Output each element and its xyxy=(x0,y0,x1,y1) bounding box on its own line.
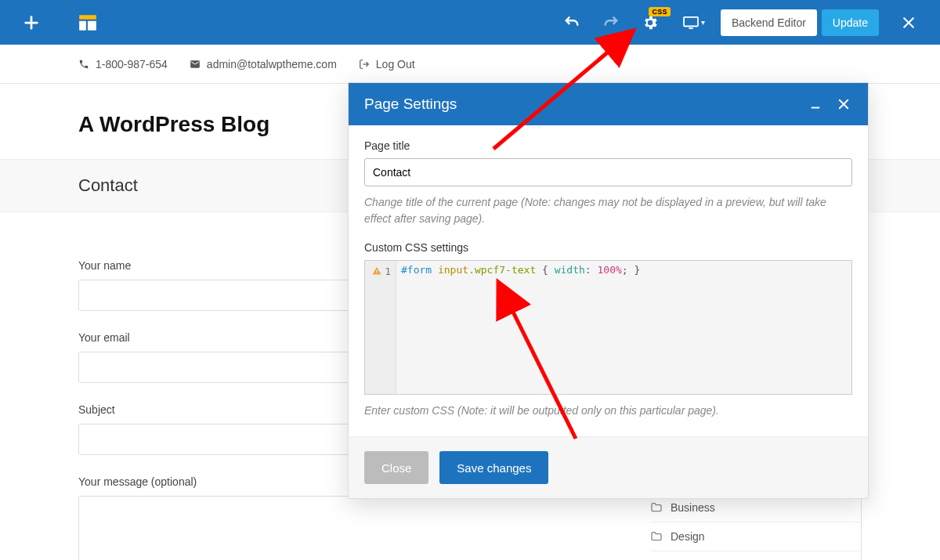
modal-footer: Close Save changes xyxy=(349,436,868,498)
redo-button[interactable] xyxy=(594,5,628,40)
svg-rect-4 xyxy=(88,20,96,30)
backend-editor-button[interactable]: Backend Editor xyxy=(721,9,817,36)
svg-rect-13 xyxy=(377,270,378,273)
modal-header[interactable]: Page Settings xyxy=(349,83,868,125)
modal-close-button[interactable] xyxy=(835,96,852,113)
code-content[interactable]: #form input.wpcf7-text { width: 100%; } xyxy=(396,261,851,394)
custom-css-editor[interactable]: 1 #form input.wpcf7-text { width: 100%; … xyxy=(364,260,852,395)
modal-minimize-button[interactable] xyxy=(807,96,824,113)
logout-link[interactable]: Log Out xyxy=(359,58,415,70)
sidebar-item-label: Business xyxy=(671,501,715,514)
code-gutter: 1 xyxy=(365,261,396,394)
phone-item: 1-800-987-654 xyxy=(78,58,168,70)
email-text: admin@totalwptheme.com xyxy=(207,58,337,70)
svg-rect-14 xyxy=(377,273,378,274)
category-sidebar: Business Design xyxy=(650,493,862,551)
add-element-button[interactable] xyxy=(14,5,49,40)
settings-gear-button[interactable]: CSS xyxy=(633,5,667,40)
page-title-field-label: Page title xyxy=(364,139,852,152)
folder-icon xyxy=(650,530,663,543)
modal-close-btn[interactable]: Close xyxy=(364,451,428,484)
top-toolbar: CSS ▾ Backend Editor Update xyxy=(0,0,940,45)
sidebar-item-label: Design xyxy=(671,530,705,543)
svg-rect-3 xyxy=(79,20,86,30)
logout-text: Log Out xyxy=(376,58,415,70)
page-title-input[interactable] xyxy=(364,158,852,186)
undo-button[interactable] xyxy=(555,5,589,40)
email-item: admin@totalwptheme.com xyxy=(190,58,337,70)
warning-icon xyxy=(372,266,381,276)
svg-rect-2 xyxy=(79,15,96,19)
page-settings-modal: Page Settings Page title Change title of… xyxy=(348,82,869,499)
modal-save-btn[interactable]: Save changes xyxy=(439,451,548,484)
phone-icon xyxy=(78,59,89,70)
page-title-help: Change title of the current page (Note: … xyxy=(364,194,852,227)
custom-css-help: Enter custom CSS (Note: it will be outpu… xyxy=(364,403,852,419)
email-icon xyxy=(190,59,201,70)
site-meta-bar: 1-800-987-654 admin@totalwptheme.com Log… xyxy=(0,45,940,84)
logout-icon xyxy=(359,59,370,70)
modal-title: Page Settings xyxy=(364,96,457,113)
custom-css-label: Custom CSS settings xyxy=(364,241,852,254)
phone-text: 1-800-987-654 xyxy=(96,58,168,70)
close-editor-button[interactable] xyxy=(891,5,926,40)
chevron-down-icon: ▾ xyxy=(701,18,705,27)
template-icon[interactable] xyxy=(70,5,105,40)
line-number: 1 xyxy=(385,266,391,277)
folder-icon xyxy=(650,501,663,514)
svg-rect-5 xyxy=(684,16,698,26)
responsive-preview-button[interactable]: ▾ xyxy=(672,5,716,40)
sidebar-item-design[interactable]: Design xyxy=(650,522,862,551)
update-button[interactable]: Update xyxy=(822,9,879,36)
css-badge: CSS xyxy=(649,7,670,16)
